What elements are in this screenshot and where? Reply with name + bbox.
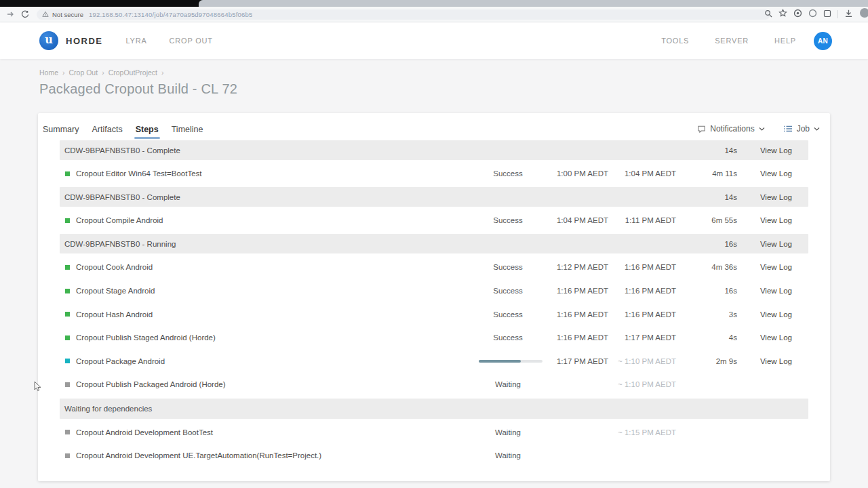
view-log-link[interactable]: View Log <box>737 287 792 295</box>
breadcrumb-separator: › <box>102 68 104 77</box>
view-log-link[interactable]: View Log <box>737 357 792 365</box>
mouse-cursor <box>34 381 42 395</box>
logo-glyph: u <box>45 35 53 45</box>
step-row: Cropout Hash AndroidSuccess1:16 PM AEDT1… <box>38 302 830 326</box>
step-row: Cropout Cook AndroidSuccess1:12 PM AEDT1… <box>38 256 830 279</box>
nav-item-lyra[interactable]: LYRA <box>125 37 146 45</box>
step-status: Waiting <box>472 451 544 460</box>
step-name-cell: Cropout Editor Win64 Test=BootTest <box>65 169 472 178</box>
breadcrumb-cropoutproject[interactable]: CropOutProject <box>108 68 157 77</box>
chevron-down-icon <box>759 127 765 131</box>
tab-artifacts[interactable]: Artifacts <box>92 125 122 134</box>
status-square-icon <box>65 265 70 270</box>
job-dropdown[interactable]: Job <box>783 124 820 134</box>
step-end-time: ~ 1:10 PM AEDT <box>608 357 676 365</box>
step-status: Success <box>472 310 544 319</box>
agent-label: CDW-9BPAFNBSTB0 - Running <box>64 240 683 248</box>
nav-item-help[interactable]: HELP <box>774 37 796 45</box>
status-square-icon <box>65 382 70 387</box>
breadcrumb-crop-out[interactable]: Crop Out <box>69 68 98 77</box>
step-duration: 3s <box>676 310 737 319</box>
step-name-cell: Cropout Cook Android <box>65 263 472 271</box>
step-end-time: 1:17 PM AEDT <box>608 333 676 342</box>
progress-fill <box>479 360 521 363</box>
browser-action-icons <box>764 7 868 22</box>
breadcrumb-home[interactable]: Home <box>39 68 58 77</box>
step-label: Cropout Editor Win64 Test=BootTest <box>76 169 201 178</box>
user-avatar[interactable]: AN <box>814 32 832 50</box>
step-name-cell: Cropout Compile Android <box>65 216 472 224</box>
step-name-cell: Cropout Package Android <box>65 357 472 365</box>
status-square-icon <box>65 336 70 340</box>
step-end-time: 1:04 PM AEDT <box>608 169 676 178</box>
app-header: u HORDE LYRA CROP OUT TOOLS SERVER HELP … <box>0 22 868 59</box>
step-end-time: ~ 1:15 PM AEDT <box>608 428 676 436</box>
step-end-time: 1:16 PM AEDT <box>608 263 676 271</box>
step-name-cell: Cropout Stage Android <box>65 287 472 295</box>
step-status: Success <box>472 169 544 178</box>
view-log-link[interactable]: View Log <box>737 216 792 224</box>
view-log-link[interactable]: View Log <box>737 146 792 155</box>
step-duration: 16s <box>676 287 737 295</box>
url-bar[interactable]: Not secure 192.168.50.47:13140/job/47a70… <box>37 9 770 20</box>
view-log-link[interactable]: View Log <box>737 333 792 342</box>
status-square-icon <box>65 171 70 176</box>
download-icon[interactable] <box>844 8 853 20</box>
step-label: Cropout Stage Android <box>76 287 155 295</box>
profile-circle-icon[interactable] <box>808 8 817 20</box>
job-label: Job <box>797 124 810 134</box>
bookmark-star-icon[interactable] <box>778 8 787 20</box>
step-label: Cropout Cook Android <box>76 263 153 271</box>
status-square-icon <box>65 453 70 458</box>
step-duration: 4s <box>676 333 737 342</box>
step-label: Cropout Hash Android <box>76 310 153 319</box>
nav-item-tools[interactable]: TOOLS <box>661 37 689 45</box>
notifications-dropdown[interactable]: Notifications <box>697 124 764 134</box>
step-name-cell: Cropout Android Development UE.TargetAut… <box>65 451 472 460</box>
nav-item-server[interactable]: SERVER <box>715 37 749 45</box>
nav-item-crop-out[interactable]: CROP OUT <box>170 37 213 45</box>
settings-icon[interactable] <box>793 8 802 20</box>
tab-timeline[interactable]: Timeline <box>172 125 203 134</box>
step-status <box>472 360 544 363</box>
step-start-time: 1:16 PM AEDT <box>544 287 608 295</box>
agent-label: CDW-9BPAFNBSTB0 - Complete <box>64 146 683 155</box>
page-title: Packaged Cropout Build - CL 72 <box>39 81 868 97</box>
url-text[interactable]: 192.168.50.47:13140/job/47a70a95d9704866… <box>89 11 253 18</box>
extensions-icon[interactable] <box>823 8 831 20</box>
brand-horde[interactable]: HORDE <box>66 36 102 46</box>
agent-row: CDW-9BPAFNBSTB0 - Running16sView Log <box>60 234 808 253</box>
agent-duration: 14s <box>683 146 737 155</box>
step-end-time: 1:16 PM AEDT <box>608 287 676 295</box>
view-log-link[interactable]: View Log <box>737 169 792 178</box>
steps-table: CDW-9BPAFNBSTB0 - Complete14sView LogCro… <box>38 140 830 468</box>
unreal-engine-logo-icon[interactable]: u <box>39 31 58 50</box>
view-log-link[interactable]: View Log <box>737 240 792 248</box>
breadcrumb-separator: › <box>62 68 65 77</box>
breadcrumb: Home › Crop Out › CropOutProject › <box>39 68 868 77</box>
view-log-link[interactable]: View Log <box>737 310 792 319</box>
status-square-icon <box>65 359 70 363</box>
step-label: Cropout Android Development UE.TargetAut… <box>76 451 321 460</box>
browser-active-tab[interactable] <box>199 0 868 7</box>
breadcrumb-separator: › <box>161 68 164 77</box>
step-status: Success <box>472 263 544 271</box>
browser-avatar-icon[interactable] <box>859 7 868 21</box>
step-start-time: 1:12 PM AEDT <box>544 263 608 271</box>
forward-icon[interactable] <box>5 9 15 19</box>
view-log-link[interactable]: View Log <box>737 263 792 271</box>
job-card: Summary Artifacts Steps Timeline Notific… <box>38 113 830 481</box>
step-name-cell: Cropout Android Development BootTest <box>65 428 472 436</box>
tab-steps[interactable]: Steps <box>136 125 159 134</box>
tab-summary[interactable]: Summary <box>43 125 79 134</box>
notifications-label: Notifications <box>710 124 754 134</box>
step-row: Cropout Publish Packaged Android (Horde)… <box>38 373 830 396</box>
view-log-link[interactable]: View Log <box>737 193 792 201</box>
step-end-time: ~ 1:10 PM AEDT <box>608 380 676 388</box>
browser-toolbar: Not secure 192.168.50.47:13140/job/47a70… <box>0 7 868 22</box>
reload-icon[interactable] <box>20 9 30 19</box>
step-row: Cropout Compile AndroidSuccess1:04 PM AE… <box>38 209 830 232</box>
step-start-time: 1:16 PM AEDT <box>544 310 608 319</box>
job-list-icon <box>783 125 793 133</box>
search-icon[interactable] <box>764 8 772 20</box>
